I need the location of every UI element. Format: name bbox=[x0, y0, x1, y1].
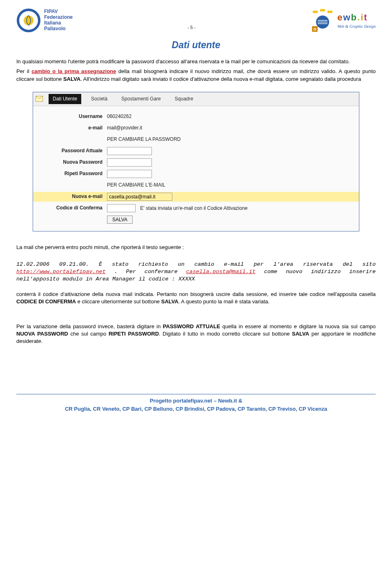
fipav-line: Federazione bbox=[44, 15, 73, 20]
current-password-input[interactable] bbox=[107, 147, 152, 155]
fipav-text: FIPAV Federazione Italiana Pallavolo bbox=[44, 9, 73, 31]
newb-text: ewb.it Web & Graphic Design bbox=[337, 11, 376, 30]
email-label: e-mail bbox=[33, 125, 107, 131]
page-header: FIPAV Federazione Italiana Pallavolo - 5… bbox=[16, 8, 376, 33]
term-first-assignment: cambio o la prima assegnazione bbox=[31, 68, 116, 74]
username-label: Username bbox=[33, 113, 107, 120]
tab-squadre[interactable]: Squadre bbox=[171, 94, 197, 104]
fipav-logo: FIPAV Federazione Italiana Pallavolo bbox=[16, 8, 73, 33]
link-casella[interactable]: casella.posta@mail.it bbox=[186, 269, 256, 275]
mail-sample: 12.02.2006 09.21.00. È stato richiesto u… bbox=[16, 261, 376, 283]
svg-rect-2 bbox=[313, 11, 318, 13]
repeat-password-label: Ripeti Password bbox=[33, 170, 107, 177]
tab-dati-utente[interactable]: Dati Utente bbox=[49, 94, 81, 104]
svg-point-1 bbox=[24, 16, 33, 25]
fipav-line: FIPAV bbox=[44, 9, 73, 15]
page-number: - 5 - bbox=[187, 24, 196, 31]
footer-line-2: CR Puglia, CR Veneto, CP Bari, CP Bellun… bbox=[16, 405, 376, 413]
dati-utente-form-screenshot: Dati Utente Società Spostamenti Gare Squ… bbox=[33, 92, 359, 231]
mail-lead: La mail che perverrà entro pochi minuti,… bbox=[16, 244, 376, 251]
fipav-line: Pallavolo bbox=[44, 26, 73, 32]
tab-spostamenti-gare[interactable]: Spostamenti Gare bbox=[117, 94, 165, 104]
email-value: mail@provider.it bbox=[107, 125, 359, 131]
after-para-1: conterrà il codice d'attivazione della n… bbox=[16, 291, 376, 305]
confirm-code-hint: E' stata inviata un'e-mail con il Codice… bbox=[140, 205, 247, 211]
new-password-input[interactable] bbox=[107, 158, 152, 167]
section-change-password: PER CAMBIARE LA PASSWORD bbox=[107, 136, 359, 143]
fipav-icon bbox=[16, 8, 41, 33]
new-email-input[interactable] bbox=[107, 193, 172, 201]
link-portale[interactable]: http://www.portalefipav.net bbox=[16, 269, 106, 275]
current-password-label: Password Attuale bbox=[33, 147, 107, 154]
footer-line-1: Progetto portalefipav.net – Newb.it & bbox=[16, 397, 376, 405]
page-title: Dati utente bbox=[16, 38, 376, 51]
new-email-label: Nuova e-mail bbox=[33, 193, 107, 200]
after-para-2: Per la variazione della password invece,… bbox=[16, 323, 376, 345]
svg-rect-4 bbox=[320, 9, 325, 11]
username-value: 060240262 bbox=[107, 113, 359, 120]
svg-text:n: n bbox=[314, 27, 316, 31]
newb-tagline: Web & Graphic Design bbox=[337, 24, 376, 29]
confirm-code-input[interactable] bbox=[107, 204, 136, 212]
newb-logo: n ewb.it Web & Graphic Design bbox=[310, 8, 376, 33]
svg-rect-3 bbox=[327, 11, 332, 13]
intro-para-1: In qualsiasi momento l'utente potrà modi… bbox=[16, 58, 376, 65]
tab-bar: Dati Utente Società Spostamenti Gare Squ… bbox=[33, 92, 359, 106]
fipav-line: Italiana bbox=[44, 20, 73, 26]
newb-icon: n bbox=[310, 8, 335, 33]
section-change-email: PER CAMBIARE L'E-MAIL bbox=[107, 182, 359, 189]
save-button[interactable]: SALVA bbox=[107, 216, 133, 224]
confirm-code-label: Codice di Conferma bbox=[33, 205, 107, 211]
page-footer: Progetto portalefipav.net – Newb.it & CR… bbox=[16, 397, 376, 413]
new-password-label: Nuova Password bbox=[33, 159, 107, 166]
intro-para-2: Per il cambio o la prima assegnazione de… bbox=[16, 68, 376, 82]
form-body: Username 060240262 e-mail mail@provider.… bbox=[33, 106, 359, 231]
tab-societa[interactable]: Società bbox=[87, 94, 111, 104]
newb-brand: ewb.it bbox=[337, 11, 376, 24]
repeat-password-input[interactable] bbox=[107, 170, 152, 178]
footer-rule bbox=[16, 394, 376, 394]
envelope-icon bbox=[36, 96, 43, 102]
